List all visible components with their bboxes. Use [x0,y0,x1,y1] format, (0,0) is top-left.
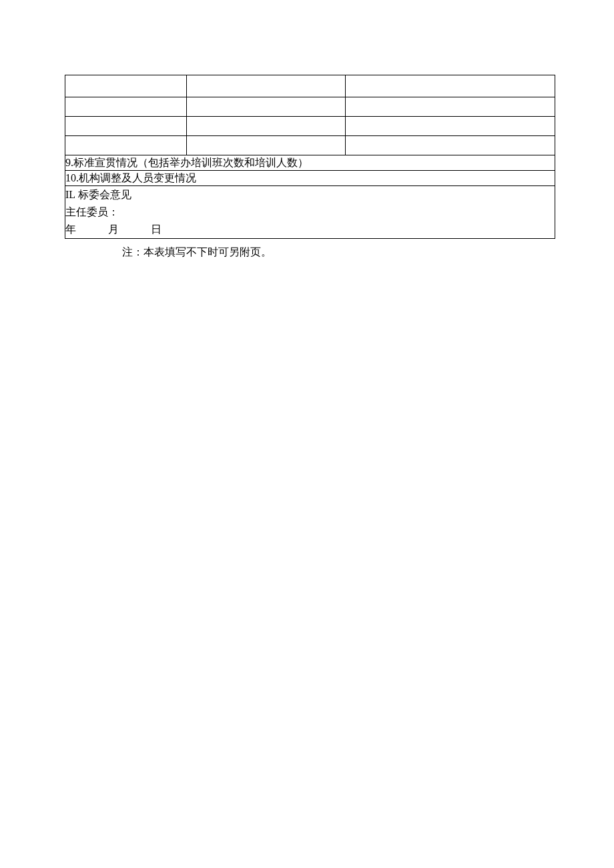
date-month: 月 [108,221,119,238]
table-cell [346,117,555,136]
form-table: 9.标准宣贯情况（包括举办培训班次数和培训人数） 10.机构调整及人员变更情况 … [65,75,555,239]
section-10: 10.机构调整及人员变更情况 [65,171,555,186]
table-cell [187,117,346,136]
section-10-text: 10.机构调整及人员变更情况 [65,172,196,183]
date-year: 年 [65,221,76,238]
table-cell [65,97,187,117]
table-cell [187,97,346,117]
date-line: 年月日 [65,221,555,238]
section-9: 9.标准宣贯情况（包括举办培训班次数和培训人数） [65,155,555,171]
section-11: IL 标委会意见 主任委员： 年月日 [65,186,555,239]
table-cell [65,117,187,136]
table-row: 9.标准宣贯情况（包括举办培训班次数和培训人数） [65,155,555,171]
date-day: 日 [151,221,162,238]
table-row: 10.机构调整及人员变更情况 [65,171,555,186]
table-cell [187,136,346,155]
footnote: 注：本表填写不下时可另附页。 [122,246,614,260]
table-row [65,75,555,97]
section-9-text: 9.标准宣贯情况（包括举办培训班次数和培训人数） [65,157,308,168]
section-11-chair: 主任委员： [65,203,555,221]
table-cell [346,75,555,97]
table-row [65,97,555,117]
table-cell [346,136,555,155]
table-row: IL 标委会意见 主任委员： 年月日 [65,186,555,239]
table-cell [346,97,555,117]
table-cell [187,75,346,97]
document-page: 9.标准宣贯情况（包括举办培训班次数和培训人数） 10.机构调整及人员变更情况 … [0,0,614,868]
table-row [65,136,555,155]
table-row [65,117,555,136]
section-11-title: IL 标委会意见 [65,186,555,203]
table-cell [65,75,187,97]
table-cell [65,136,187,155]
